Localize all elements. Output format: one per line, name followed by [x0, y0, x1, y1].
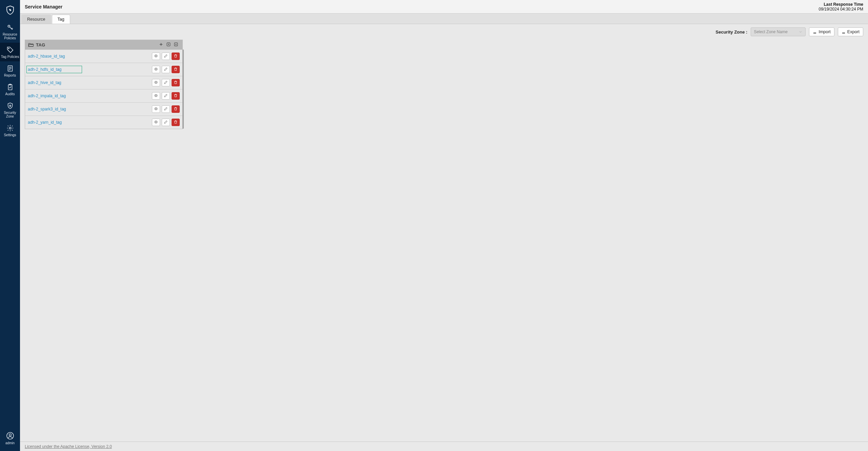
service-row-actions: [152, 92, 180, 100]
view-service-button[interactable]: [152, 53, 160, 60]
edit-icon: [164, 107, 168, 112]
edit-icon: [164, 120, 168, 125]
edit-service-button[interactable]: [162, 119, 170, 126]
import-icon: [813, 30, 817, 34]
view-service-button[interactable]: [152, 105, 160, 113]
delete-service-button[interactable]: [172, 92, 180, 100]
service-row: adh-2_yarn_id_tag: [25, 116, 182, 129]
delete-service-button[interactable]: [172, 79, 180, 86]
view-service-button[interactable]: [152, 79, 160, 86]
shield-lock-icon: [6, 102, 14, 109]
export-icon: [842, 30, 846, 34]
service-row: adh-2_impala_id_tag: [25, 89, 182, 102]
sidebar-item-label: Tag Policies: [1, 55, 19, 59]
header: Service Manager Last Response Time 09/19…: [20, 0, 868, 14]
service-link[interactable]: adh-2_hdfs_id_tag: [26, 66, 82, 73]
trash-icon: [174, 54, 178, 59]
export-button[interactable]: Export: [838, 27, 863, 36]
tag-panel-header: TAG: [25, 40, 182, 49]
trash-icon: [174, 94, 178, 99]
delete-service-button[interactable]: [172, 105, 180, 113]
add-service-button[interactable]: [159, 42, 164, 47]
view-service-button[interactable]: [152, 119, 160, 126]
security-zone-label: Security Zone :: [716, 29, 748, 35]
service-row-actions: [152, 105, 180, 113]
tag-panel-actions: [159, 42, 179, 47]
sidebar-item-settings[interactable]: Settings: [0, 121, 20, 140]
license-link[interactable]: Licensed under the Apache License, Versi…: [25, 444, 112, 449]
sidebar: Resource Policies Tag Policies Reports: [0, 0, 20, 451]
sidebar-item-security-zone[interactable]: Security Zone: [0, 99, 20, 121]
footer: Licensed under the Apache License, Versi…: [20, 442, 868, 451]
svg-point-15: [156, 108, 157, 109]
sidebar-user-label: admin: [1, 441, 19, 445]
ranger-logo[interactable]: [0, 0, 20, 20]
import-services-button[interactable]: [166, 42, 172, 47]
last-response-value: 09/19/2024 04:30:24 PM: [819, 7, 863, 12]
service-link[interactable]: adh-2_impala_id_tag: [28, 94, 66, 98]
sidebar-item-label: Audits: [1, 92, 19, 96]
sidebar-item-audits[interactable]: Audits: [0, 80, 20, 99]
tab-resource[interactable]: Resource: [21, 15, 51, 24]
service-link[interactable]: adh-2_yarn_id_tag: [28, 120, 62, 125]
gear-icon: [6, 124, 14, 132]
eye-icon: [154, 120, 158, 125]
trash-icon: [174, 120, 178, 125]
delete-service-button[interactable]: [172, 66, 180, 73]
sidebar-item-label: Reports: [1, 74, 19, 77]
edit-service-button[interactable]: [162, 92, 170, 100]
edit-service-button[interactable]: [162, 105, 170, 113]
chevron-down-icon: [798, 30, 803, 34]
main-area: Service Manager Last Response Time 09/19…: [20, 0, 868, 451]
edit-service-button[interactable]: [162, 79, 170, 86]
view-service-button[interactable]: [152, 66, 160, 73]
edit-icon: [164, 80, 168, 85]
service-link[interactable]: adh-2_spark3_id_tag: [28, 107, 66, 111]
service-row: adh-2_hdfs_id_tag: [25, 63, 182, 76]
eye-icon: [154, 94, 158, 99]
report-icon: [6, 65, 14, 72]
sidebar-item-reports[interactable]: Reports: [0, 61, 20, 80]
sidebar-item-resource-policies[interactable]: Resource Policies: [0, 20, 20, 43]
upload-square-icon: [174, 42, 178, 47]
svg-point-8: [9, 434, 11, 436]
plus-icon: [159, 42, 163, 47]
svg-point-16: [156, 121, 157, 122]
download-square-icon: [166, 42, 171, 47]
import-label: Import: [818, 29, 830, 34]
folder-open-icon: [28, 42, 36, 48]
export-services-button[interactable]: [174, 42, 179, 47]
svg-point-14: [156, 95, 157, 96]
user-icon: [6, 432, 14, 440]
scroll-indicator[interactable]: [182, 49, 184, 129]
svg-point-0: [8, 25, 10, 27]
service-link[interactable]: adh-2_hive_id_tag: [28, 80, 61, 85]
delete-service-button[interactable]: [172, 119, 180, 126]
sidebar-item-label: Settings: [1, 133, 19, 137]
svg-point-5: [9, 105, 11, 106]
sidebar-nav: Resource Policies Tag Policies Reports: [0, 20, 20, 140]
eye-icon: [154, 54, 158, 59]
service-row-actions: [152, 119, 180, 126]
sidebar-item-label: Resource Policies: [1, 33, 19, 40]
sidebar-item-tag-policies[interactable]: Tag Policies: [0, 43, 20, 61]
edit-service-button[interactable]: [162, 66, 170, 73]
service-row: adh-2_hive_id_tag: [25, 76, 182, 89]
svg-point-6: [9, 127, 11, 129]
service-row: adh-2_hbase_id_tag: [25, 49, 182, 63]
sidebar-user[interactable]: admin: [0, 428, 20, 451]
delete-service-button[interactable]: [172, 53, 180, 60]
view-service-button[interactable]: [152, 92, 160, 100]
service-row-actions: [152, 79, 180, 86]
security-zone-select[interactable]: Select Zone Name: [751, 27, 806, 36]
import-button[interactable]: Import: [809, 27, 834, 36]
service-row-actions: [152, 66, 180, 73]
edit-service-button[interactable]: [162, 53, 170, 60]
eye-icon: [154, 67, 158, 72]
tab-tag[interactable]: Tag: [52, 15, 70, 24]
last-response-label: Last Response Time: [819, 2, 863, 7]
edit-icon: [164, 54, 168, 59]
edit-icon: [164, 67, 168, 72]
tag-panel: TAG adh: [25, 40, 183, 129]
service-link[interactable]: adh-2_hbase_id_tag: [28, 54, 65, 59]
